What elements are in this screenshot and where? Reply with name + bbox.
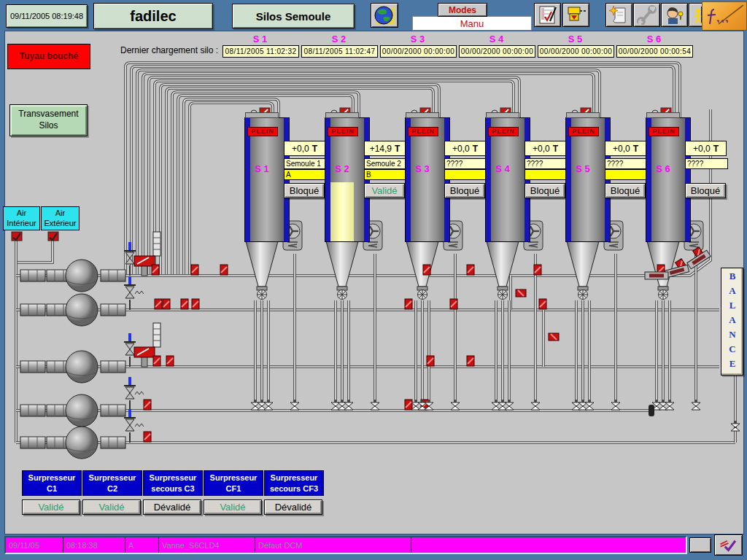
silo-top-cap <box>406 112 439 118</box>
silo-status-button[interactable]: Bloqué <box>284 183 325 198</box>
booster-label-line1: Surpresseur <box>28 472 76 483</box>
acknowledge-check-icon <box>719 537 738 554</box>
statusbar-blank-button[interactable] <box>689 537 711 553</box>
silo-full-indicator: PLEIN <box>568 127 599 136</box>
silo-name: S 6 <box>651 163 675 174</box>
silo-full-indicator: PLEIN <box>649 127 679 136</box>
silo-status-button[interactable]: Bloqué <box>525 183 565 198</box>
silo-tower: PLEIN S 2 <box>325 118 369 241</box>
booster-label-line1: Surpresseur <box>89 472 136 483</box>
silo-full-indicator: PLEIN <box>408 127 438 136</box>
maintenance-button[interactable] <box>633 3 660 27</box>
silo-status-button[interactable]: Validé <box>364 183 405 198</box>
events-button[interactable] <box>605 3 632 27</box>
silo-product: ???? <box>525 158 568 169</box>
mode-value-field[interactable]: Manu <box>412 16 532 31</box>
silo-full-indicator: PLEIN <box>488 127 519 136</box>
user-login-button[interactable] <box>661 3 688 27</box>
silo-top-cap <box>646 112 680 118</box>
weight-value: +0,0 <box>292 144 309 154</box>
weight-unit: T <box>713 144 719 154</box>
silo-product: ???? <box>685 158 728 169</box>
silo-unit-4: PLEIN S 4 +0,0T ???? Bloqué <box>486 108 566 305</box>
tag-icon <box>566 5 587 25</box>
weight-value: +0,0 <box>613 144 630 154</box>
booster-status-button[interactable]: Validé <box>22 499 80 515</box>
silo-6-header: S 6 <box>616 34 692 44</box>
booster-status-button[interactable]: Dévalidé <box>143 499 201 515</box>
silo-name: S 1 <box>250 163 274 174</box>
globe-icon <box>374 5 395 26</box>
air-inside-indicator: Air Intérieur <box>3 206 40 230</box>
acknowledge-alarm-button[interactable] <box>714 534 743 556</box>
silo-product: Semoule 2 <box>364 158 407 169</box>
weight-unit: T <box>553 144 558 154</box>
wrench-icon <box>637 5 657 25</box>
silo-tower: PLEIN S 3 <box>406 118 449 241</box>
silo-4-last-load: 00/00/2000 00:00:00 <box>459 45 535 58</box>
silo-weight: +14,9T <box>364 141 406 156</box>
tag-button[interactable] <box>562 3 589 27</box>
booster-label: Surpresseur CF1 <box>204 470 263 496</box>
alarm-list-button[interactable] <box>534 3 561 27</box>
silo-tower: PLEIN S 5 <box>566 118 610 241</box>
user-icon <box>665 5 685 25</box>
scada-screen: 09/11/2005 08:19:48 fadilec Silos Semoul… <box>0 0 747 560</box>
weight-value: +0,0 <box>693 144 711 154</box>
silo-weight: +0,0T <box>284 141 325 156</box>
booster-status-button[interactable]: Dévalidé <box>264 499 322 515</box>
silo-3-last-load: 00/00/2000 00:00:00 <box>380 45 457 58</box>
silo-product: ???? <box>605 158 648 169</box>
alarm-empty <box>411 537 686 553</box>
silo-tower: PLEIN S 6 <box>646 118 690 241</box>
booster-label: Surpresseur C2 <box>82 470 142 496</box>
booster-label-line1: Surpresseur <box>271 472 318 483</box>
datetime-display: 09/11/2005 08:19:48 <box>6 4 88 28</box>
silo-2-last-load: 08/11/2005 11:02:47 <box>301 45 378 58</box>
pipe-blocked-alarm: Tuyau bouché <box>7 44 90 69</box>
booster-label: Surpresseur secours C3 <box>143 470 203 496</box>
alarm-time: 08:18:38 <box>63 537 125 553</box>
page-title: Silos Semoule <box>232 4 355 28</box>
modes-button[interactable]: Modes <box>438 3 487 17</box>
silo-tower: PLEIN S 1 <box>245 118 289 241</box>
weight-unit: T <box>473 144 478 154</box>
silo-name: S 3 <box>411 163 434 174</box>
silo-status-button[interactable]: Bloqué <box>444 183 485 198</box>
silo-transfer-button[interactable]: Transvasement Silos <box>9 104 88 136</box>
silo-weight: +0,0T <box>605 141 646 156</box>
silo-weight: +0,0T <box>444 141 486 156</box>
silo-status-button[interactable]: Bloqué <box>605 183 646 198</box>
silo-product: ???? <box>444 158 487 169</box>
weight-value: +14,9 <box>370 144 392 154</box>
booster-label-line2: secours CF3 <box>270 483 318 494</box>
events-icon <box>609 5 630 25</box>
silo-fill-level <box>330 182 354 241</box>
silo-1-header: S 1 <box>222 34 298 44</box>
silo-5-last-load: 00/00/2000 00:00:00 <box>538 45 614 58</box>
alarm-tag: Vanne_S6CLD4 <box>159 537 255 553</box>
alarm-zone: A <box>125 537 159 553</box>
silo-weight: +0,0T <box>685 141 727 156</box>
booster-label-line1: Surpresseur <box>150 472 197 483</box>
silo-6-last-load: 00/00/2000 00:00:54 <box>616 45 693 58</box>
silo-3-header: S 3 <box>380 34 455 44</box>
weight-value: +0,0 <box>452 144 470 154</box>
silo-top-cap <box>566 112 600 118</box>
silo-unit-5: PLEIN S 5 +0,0T ???? Bloqué <box>566 108 646 305</box>
booster-status-button[interactable]: Validé <box>204 499 262 515</box>
weight-value: +0,0 <box>533 144 550 154</box>
silo-unit-3: PLEIN S 3 +0,0T ???? Bloqué <box>406 108 486 305</box>
silo-status-button[interactable]: Bloqué <box>685 183 726 198</box>
silo-unit-1: PLEIN S 1 +0,0T Semoule 1 A Bloqué <box>245 108 325 305</box>
silo-product-code <box>444 169 487 180</box>
silo-product-code: B <box>364 169 407 180</box>
silo-product-code <box>525 169 568 180</box>
silo-full-indicator: PLEIN <box>328 127 358 136</box>
silo-tower: PLEIN S 4 <box>486 118 530 241</box>
overview-button[interactable] <box>371 3 398 28</box>
silo-1-last-load: 08/11/2005 11:02:32 <box>222 45 299 58</box>
silo-top-cap <box>325 112 359 118</box>
booster-status-button[interactable]: Validé <box>82 499 141 515</box>
silo-5-header: S 5 <box>538 34 613 44</box>
